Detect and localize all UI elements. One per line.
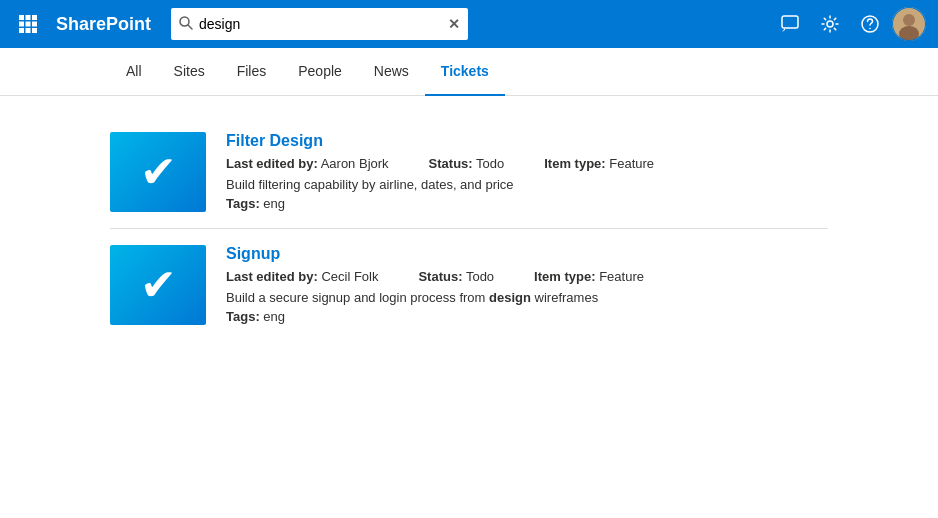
item-type: Item type: Feature [534,269,644,284]
help-button[interactable] [852,6,888,42]
result-description: Build a secure signup and login process … [226,290,828,305]
result-description: Build filtering capability by airline, d… [226,177,828,192]
result-meta: Last edited by: Aaron Bjork Status: Todo… [226,156,828,171]
avatar-image [892,7,926,41]
svg-rect-7 [26,28,31,33]
status: Status: Todo [418,269,494,284]
search-icon [179,16,193,33]
search-box: ✕ [171,8,467,40]
svg-rect-1 [26,15,31,20]
item-type: Item type: Feature [544,156,654,171]
last-edited: Last edited by: Cecil Folk [226,269,378,284]
checkmark-icon: ✔ [140,263,177,307]
tabs-nav: All Sites Files People News Tickets [0,48,938,96]
app-logo: SharePoint [56,14,151,35]
svg-rect-11 [782,16,798,28]
settings-button[interactable] [812,6,848,42]
table-row: ✔ Filter Design Last edited by: Aaron Bj… [110,116,828,229]
svg-rect-6 [19,28,24,33]
result-title[interactable]: Filter Design [226,132,828,150]
waffle-button[interactable] [12,8,44,40]
clear-search-button[interactable]: ✕ [448,16,460,32]
tab-news[interactable]: News [358,48,425,96]
result-thumbnail: ✔ [110,245,206,325]
result-tags: Tags: eng [226,309,828,324]
tab-files[interactable]: Files [221,48,283,96]
results-container: ✔ Filter Design Last edited by: Aaron Bj… [0,96,938,361]
result-content: Filter Design Last edited by: Aaron Bjor… [226,132,828,211]
result-title[interactable]: Signup [226,245,828,263]
tab-all[interactable]: All [110,48,158,96]
last-edited: Last edited by: Aaron Bjork [226,156,389,171]
chat-button[interactable] [772,6,808,42]
svg-rect-8 [32,28,37,33]
result-thumbnail: ✔ [110,132,206,212]
svg-point-14 [869,28,871,30]
tab-tickets[interactable]: Tickets [425,48,505,96]
header: SharePoint ✕ [0,0,938,48]
result-tags: Tags: eng [226,196,828,211]
header-actions [772,6,926,42]
tab-sites[interactable]: Sites [158,48,221,96]
result-meta: Last edited by: Cecil Folk Status: Todo … [226,269,828,284]
tab-people[interactable]: People [282,48,358,96]
svg-rect-5 [32,22,37,27]
svg-rect-0 [19,15,24,20]
svg-point-12 [827,21,833,27]
search-input[interactable] [199,16,441,32]
user-avatar[interactable] [892,7,926,41]
svg-point-16 [903,14,915,26]
svg-line-10 [188,25,192,29]
svg-rect-4 [26,22,31,27]
checkmark-icon: ✔ [140,150,177,194]
result-content: Signup Last edited by: Cecil Folk Status… [226,245,828,324]
table-row: ✔ Signup Last edited by: Cecil Folk Stat… [110,229,828,341]
status: Status: Todo [429,156,505,171]
svg-rect-2 [32,15,37,20]
svg-rect-3 [19,22,24,27]
